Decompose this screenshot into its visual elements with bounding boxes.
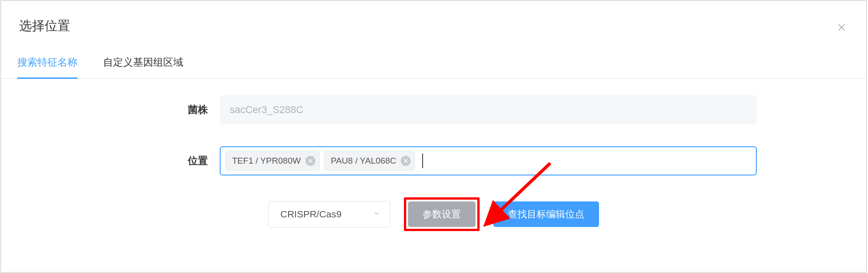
strain-field: sacCer3_S288C bbox=[220, 95, 757, 124]
tab-custom-genome-region[interactable]: 自定义基因组区域 bbox=[103, 47, 183, 79]
strain-row: 菌株 sacCer3_S288C bbox=[19, 95, 848, 124]
method-select[interactable]: CRISPR/Cas9 bbox=[268, 201, 390, 227]
dialog-header: 选择位置 bbox=[1, 1, 866, 47]
location-row: 位置 TEF1 / YPR080W PAU8 / YAL068C bbox=[19, 146, 848, 175]
location-tag: TEF1 / YPR080W bbox=[225, 151, 320, 170]
chevron-down-icon bbox=[372, 209, 381, 220]
location-label: 位置 bbox=[19, 154, 220, 168]
location-input[interactable]: TEF1 / YPR080W PAU8 / YAL068C bbox=[220, 146, 757, 175]
select-location-dialog: 选择位置 搜索特征名称 自定义基因组区域 菌株 sacCer3_S288C 位置 bbox=[0, 0, 867, 273]
dialog-title: 选择位置 bbox=[19, 17, 70, 35]
text-cursor bbox=[422, 154, 423, 168]
strain-value: sacCer3_S288C bbox=[230, 104, 303, 116]
method-select-value: CRISPR/Cas9 bbox=[280, 209, 341, 220]
button-row: CRISPR/Cas9 参数设置 查找目标编辑位点 bbox=[19, 197, 848, 231]
form-body: 菌株 sacCer3_S288C 位置 TEF1 / YPR080W bbox=[1, 79, 866, 231]
tag-label: PAU8 / YAL068C bbox=[331, 156, 397, 166]
tabs: 搜索特征名称 自定义基因组区域 bbox=[1, 47, 866, 79]
tag-remove-icon[interactable] bbox=[401, 156, 411, 166]
find-edit-sites-button[interactable]: 查找目标编辑位点 bbox=[493, 201, 599, 227]
tag-label: TEF1 / YPR080W bbox=[232, 156, 301, 166]
tag-remove-icon[interactable] bbox=[305, 156, 315, 166]
strain-label: 菌株 bbox=[19, 103, 220, 117]
annotation-highlight: 参数设置 bbox=[404, 197, 480, 231]
param-settings-button[interactable]: 参数设置 bbox=[408, 201, 475, 227]
tab-search-feature-name[interactable]: 搜索特征名称 bbox=[17, 47, 78, 79]
close-icon[interactable] bbox=[837, 23, 846, 32]
location-tag: PAU8 / YAL068C bbox=[324, 151, 415, 170]
